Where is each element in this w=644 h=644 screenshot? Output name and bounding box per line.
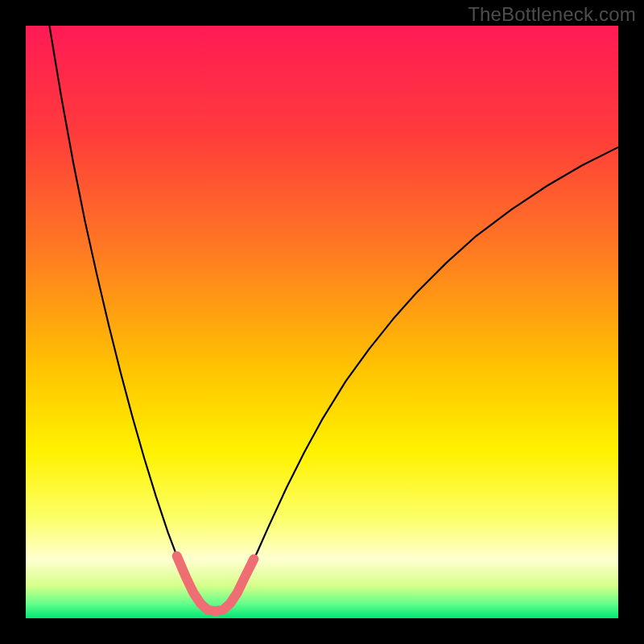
plot-area bbox=[26, 26, 618, 618]
outer-frame: TheBottleneck.com bbox=[0, 0, 644, 644]
watermark-text: TheBottleneck.com bbox=[468, 3, 636, 26]
bottleneck-chart bbox=[26, 26, 618, 618]
gradient-background bbox=[26, 26, 618, 618]
